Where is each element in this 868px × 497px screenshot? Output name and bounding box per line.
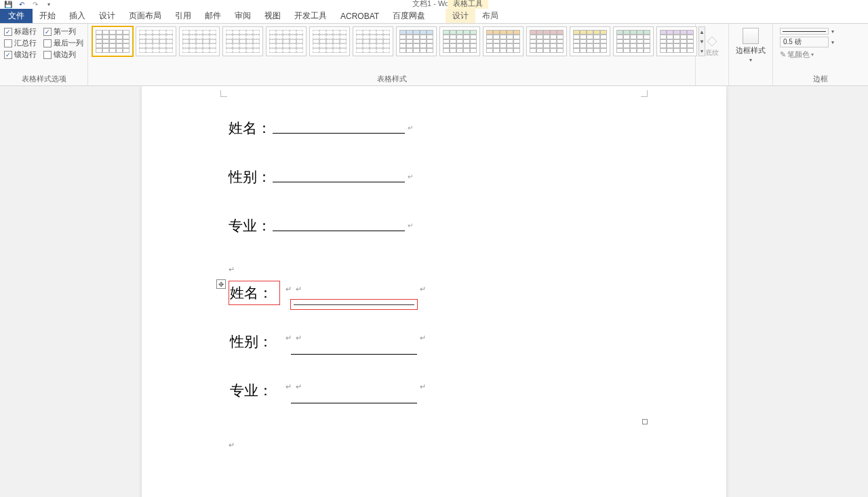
cell-end-mark-icon: ↵ xyxy=(420,330,429,342)
chk-last-col-label: 最后一列 xyxy=(54,38,83,48)
chk-total-row[interactable]: 汇总行 xyxy=(4,38,37,48)
chevron-down-icon: ▾ xyxy=(831,39,834,45)
group-label-tso: 表格样式选项 xyxy=(4,74,83,84)
table-move-handle-icon[interactable]: ✥ xyxy=(216,279,226,289)
tab-developer[interactable]: 开发工具 xyxy=(288,9,334,23)
table-style-thumb[interactable] xyxy=(92,26,133,56)
tab-references[interactable]: 引用 xyxy=(168,9,198,23)
form-row-name: 姓名： ↵ xyxy=(229,119,645,138)
table-style-thumb[interactable] xyxy=(483,26,524,56)
chevron-down-icon: ▾ xyxy=(811,52,814,58)
cell-mark-icon: ↵ xyxy=(285,334,292,342)
qat-more-icon[interactable]: ▾ xyxy=(43,0,54,9)
shading-button[interactable]: 底纹 xyxy=(700,26,724,64)
cell-mark-icon: ↵ xyxy=(296,382,302,391)
form-row-gender: 性别： ↵ xyxy=(229,167,645,186)
chk-banded-row-label: 镶边行 xyxy=(14,49,37,60)
underline xyxy=(273,133,405,134)
group-borders: ▾ 0.5 磅▾ ✎笔颜色▾ 边框 xyxy=(773,24,868,85)
margin-mark xyxy=(641,90,648,97)
form-row-major: 专业： ↵ xyxy=(229,216,645,235)
group-border-styles: 边框样式 ▾ xyxy=(729,24,773,85)
group-label-styles: 表格样式 xyxy=(92,74,691,84)
underline xyxy=(273,231,405,231)
tab-view[interactable]: 视图 xyxy=(258,9,288,23)
table-style-thumb[interactable] xyxy=(526,26,567,56)
table-row: 专业： ↵↵ ↵ xyxy=(229,378,645,420)
paragraph-mark-icon: ↵ xyxy=(229,441,645,450)
label-major: 专业： xyxy=(229,216,271,235)
tab-acrobat[interactable]: ACROBAT xyxy=(334,9,386,23)
cell-end-mark-icon: ↵ xyxy=(420,378,429,391)
border-styles-button[interactable]: 边框样式 ▾ xyxy=(733,26,768,64)
cell-label-gender[interactable]: 性别： xyxy=(229,330,280,354)
line-weight-picker[interactable]: 0.5 磅▾ xyxy=(780,37,861,47)
table-resize-handle-icon[interactable] xyxy=(642,419,648,424)
cell-mark-icon: ↵ xyxy=(296,334,302,342)
tab-table-design[interactable]: 设计 xyxy=(446,9,475,23)
chk-header-row-label: 标题行 xyxy=(14,26,37,37)
group-label-borders: 边框 xyxy=(777,74,864,84)
cell-mark-icon: ↵ xyxy=(296,285,302,294)
chevron-down-icon: ▾ xyxy=(749,57,752,63)
page-content[interactable]: 姓名： ↵ 性别： ↵ 专业： ↵ ↵ ✥ 姓名： xyxy=(142,92,726,483)
tab-baidu[interactable]: 百度网盘 xyxy=(386,9,432,23)
chk-first-col[interactable]: ✓第一列 xyxy=(43,26,83,37)
table-row: 性别： ↵↵ ↵ xyxy=(229,330,645,372)
chk-header-row[interactable]: ✓标题行 xyxy=(4,26,37,37)
border-styles-icon xyxy=(743,28,759,44)
table-style-thumb[interactable] xyxy=(222,26,263,56)
group-shading: 底纹 xyxy=(696,24,729,85)
page: 姓名： ↵ 性别： ↵ 专业： ↵ ↵ ✥ 姓名： xyxy=(142,86,726,497)
table-style-thumb[interactable] xyxy=(353,26,393,56)
contextual-tab-group-label: 表格工具 xyxy=(448,0,488,9)
table[interactable]: ✥ 姓名： ↵↵ ↵ 性别： ↵↵ xyxy=(229,281,645,420)
line-weight-value: 0.5 磅 xyxy=(783,37,802,47)
tab-home[interactable]: 开始 xyxy=(33,9,62,23)
ribbon-tabs: 文件 开始 插入 设计 页面布局 引用 邮件 审阅 视图 开发工具 ACROBA… xyxy=(0,9,868,24)
underline xyxy=(273,182,405,182)
line-style-picker[interactable]: ▾ xyxy=(780,28,861,35)
tab-insert[interactable]: 插入 xyxy=(62,9,92,23)
document-area[interactable]: 姓名： ↵ 性别： ↵ 专业： ↵ ↵ ✥ 姓名： xyxy=(0,86,868,497)
paragraph-mark-icon: ↵ xyxy=(408,124,413,132)
title-bar: 💾 ↶ ↷ ▾ 文档1 - Word 表格工具 xyxy=(0,0,868,9)
tab-table-layout[interactable]: 布局 xyxy=(475,9,505,23)
pen-color-picker[interactable]: ✎笔颜色▾ xyxy=(780,49,861,60)
label-name: 姓名： xyxy=(229,119,271,138)
chk-last-col[interactable]: 最后一列 xyxy=(43,38,83,48)
cell-label-name[interactable]: 姓名： xyxy=(229,281,280,305)
table-style-thumb[interactable] xyxy=(439,26,480,56)
group-table-style-options: ✓标题行 ✓第一列 汇总行 最后一列 ✓镶边行 镶边列 表格样式选项 xyxy=(0,24,88,85)
chk-banded-row[interactable]: ✓镶边行 xyxy=(4,49,37,60)
table-style-thumb[interactable] xyxy=(136,26,176,56)
chk-total-row-label: 汇总行 xyxy=(14,38,37,48)
paragraph-mark-icon: ↵ xyxy=(229,265,645,274)
redo-icon[interactable]: ↷ xyxy=(30,0,41,9)
table-style-thumb[interactable] xyxy=(570,26,610,56)
table-style-thumb[interactable] xyxy=(309,26,350,56)
table-style-thumb[interactable] xyxy=(179,26,220,56)
tab-mailings[interactable]: 邮件 xyxy=(198,9,228,23)
paint-bucket-icon xyxy=(705,33,719,47)
table-style-thumb[interactable] xyxy=(396,26,437,56)
table-style-thumb[interactable] xyxy=(656,26,697,56)
tab-design[interactable]: 设计 xyxy=(92,9,122,23)
cell-end-mark-icon: ↵ xyxy=(420,281,429,294)
save-icon[interactable]: 💾 xyxy=(3,0,14,9)
cell-label-major[interactable]: 专业： xyxy=(229,378,280,403)
margin-mark xyxy=(220,90,227,97)
chk-banded-col[interactable]: 镶边列 xyxy=(43,49,83,60)
paragraph-mark-icon: ↵ xyxy=(408,173,413,180)
ribbon: ✓标题行 ✓第一列 汇总行 最后一列 ✓镶边行 镶边列 表格样式选项 xyxy=(0,24,868,86)
tab-review[interactable]: 审阅 xyxy=(228,9,258,23)
table-style-thumb[interactable] xyxy=(613,26,654,56)
pen-icon: ✎ xyxy=(780,50,786,59)
table-style-thumb[interactable] xyxy=(266,26,307,56)
tab-page-layout[interactable]: 页面布局 xyxy=(122,9,168,23)
table-row: 姓名： ↵↵ ↵ xyxy=(229,281,645,323)
tab-file[interactable]: 文件 xyxy=(0,9,33,23)
cell-mark-icon: ↵ xyxy=(285,285,292,294)
undo-icon[interactable]: ↶ xyxy=(16,0,27,9)
chevron-down-icon: ▾ xyxy=(831,28,834,35)
